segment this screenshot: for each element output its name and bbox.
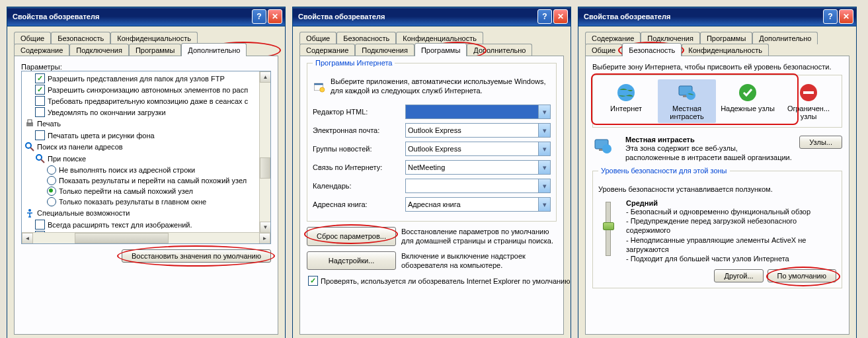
tab-security[interactable]: Безопасность [336, 32, 396, 44]
call-combo[interactable]: NetMeeting▾ [405, 160, 551, 175]
calendar-combo[interactable]: ▾ [405, 179, 551, 193]
chevron-down-icon[interactable]: ▾ [538, 179, 550, 192]
tab-content[interactable]: Содержание [14, 44, 69, 56]
tabstrip: Общие Безопасность Конфиденциальность Со… [14, 32, 278, 56]
checkbox-icon[interactable] [35, 107, 45, 117]
svg-line-5 [41, 159, 44, 163]
help-button[interactable]: ? [537, 9, 552, 24]
tab-general[interactable]: Общие [14, 32, 51, 44]
security-slider[interactable] [598, 199, 618, 264]
mail-combo[interactable]: Outlook Express▾ [405, 123, 551, 138]
chevron-down-icon[interactable]: ▾ [538, 124, 550, 137]
settings-tree[interactable]: Разрешить представления для папок для уз… [21, 71, 271, 244]
tab-advanced[interactable]: Дополнительно [181, 43, 247, 56]
close-button[interactable]: ✕ [268, 9, 282, 24]
checkbox-icon[interactable] [35, 130, 45, 140]
tab-general[interactable]: Общие [299, 32, 336, 44]
addons-button[interactable]: Надстройки... [307, 251, 396, 271]
tab-security[interactable]: Безопасность [51, 32, 110, 44]
news-combo[interactable]: Outlook Express▾ [405, 142, 551, 156]
svg-point-19 [602, 144, 612, 153]
news-label: Группы новостей: [313, 145, 405, 153]
checkbox-icon[interactable] [35, 73, 45, 83]
globe-icon [615, 82, 637, 103]
scroll-right-icon[interactable]: ► [259, 233, 270, 244]
tab-programs[interactable]: Программы [129, 44, 181, 56]
tabstrip: Содержание Подключения Программы Дополни… [585, 32, 849, 56]
tab-advanced[interactable]: Дополнительно [467, 44, 532, 56]
monitor-globe-icon [676, 82, 697, 103]
svg-point-6 [28, 209, 31, 212]
accessibility-icon [24, 208, 35, 218]
title: Свойства обозревателя [296, 13, 537, 21]
security-level-group: Уровень безопасности для этой зоны Урове… [592, 171, 842, 288]
zone-list[interactable]: Интернет Местная интрасеть Надежные узлы… [592, 75, 842, 128]
sites-button[interactable]: Узлы... [799, 136, 842, 149]
tab-security[interactable]: Безопасность [622, 43, 682, 56]
chevron-down-icon[interactable]: ▾ [538, 161, 550, 174]
tab-general[interactable]: Общие [585, 44, 622, 56]
close-button[interactable]: ✕ [839, 9, 853, 24]
mail-label: Электронная почта: [313, 126, 405, 134]
search-icon [24, 142, 35, 152]
vertical-scrollbar[interactable]: ▲ ▼ [259, 71, 270, 233]
titlebar[interactable]: Свойства обозревателя ? ✕ [7, 7, 285, 26]
chevron-down-icon[interactable]: ▾ [538, 198, 550, 211]
tab-connections[interactable]: Подключения [69, 44, 129, 56]
search-icon [35, 153, 46, 164]
svg-point-9 [320, 87, 325, 92]
scroll-left-icon[interactable]: ◄ [22, 233, 33, 244]
html-editor-combo[interactable]: ▾ [405, 105, 551, 119]
radio-icon[interactable] [47, 197, 56, 206]
checkbox-icon[interactable] [35, 85, 45, 95]
default-level-button[interactable]: По умолчанию [768, 269, 836, 282]
tab-privacy[interactable]: Конфиденциальность [682, 44, 769, 56]
zone-internet[interactable]: Интернет [597, 79, 655, 123]
monitor-globe-icon [592, 136, 613, 157]
scroll-down-icon[interactable]: ▼ [260, 222, 271, 233]
reset-settings-button[interactable]: Сброс параметров... [307, 227, 396, 246]
zone-trusted[interactable]: Надежные узлы [719, 79, 777, 123]
zone-prompt: Выберите зону Интернета, чтобы присвоить… [592, 63, 842, 71]
help-button[interactable]: ? [252, 9, 266, 24]
radio-icon[interactable] [47, 176, 56, 185]
horizontal-scrollbar[interactable]: ◄ ► [22, 232, 270, 243]
params-label: Параметры: [21, 63, 271, 71]
chevron-down-icon[interactable]: ▾ [538, 142, 550, 155]
svg-point-10 [617, 84, 635, 101]
contacts-combo[interactable]: Адресная книга▾ [405, 197, 551, 212]
radio-icon[interactable] [47, 165, 56, 175]
slider-thumb[interactable] [603, 222, 614, 230]
title: Свойства обозревателя [10, 13, 252, 21]
check-circle-icon [737, 82, 758, 103]
internet-programs-group: Программы Интернета Выберите приложения,… [307, 63, 557, 222]
check-default-checkbox[interactable] [308, 276, 318, 286]
tab-connections[interactable]: Подключения [355, 44, 414, 56]
tabstrip: Общие Безопасность Конфиденциальность Со… [299, 32, 564, 56]
scroll-thumb[interactable] [260, 157, 270, 179]
chevron-down-icon[interactable]: ▾ [538, 105, 550, 118]
checkbox-icon[interactable] [35, 96, 45, 106]
close-button[interactable]: ✕ [553, 9, 568, 24]
printer-icon [24, 118, 35, 129]
custom-level-button[interactable]: Другой... [714, 269, 763, 282]
restore-defaults-button[interactable]: Восстановить значения по умолчанию [122, 249, 271, 263]
zone-restricted[interactable]: Ограничен... узлы [779, 79, 838, 123]
help-button[interactable]: ? [823, 9, 838, 24]
tab-panel-security: Выберите зону Интернета, чтобы присвоить… [585, 56, 849, 335]
tab-content[interactable]: Содержание [299, 44, 355, 56]
titlebar[interactable]: Свойства обозревателя ? ✕ [578, 7, 856, 26]
tab-panel-advanced: Параметры: Разрешить представления для п… [14, 56, 278, 335]
tab-programs[interactable]: Программы [700, 32, 752, 44]
zone-title: Местная интрасеть [625, 136, 793, 144]
radio-icon[interactable] [47, 187, 56, 196]
scroll-up-icon[interactable]: ▲ [260, 71, 271, 83]
scroll-thumb[interactable] [75, 233, 169, 243]
window-programs: Свойства обозревателя ? ✕ Общие Безопасн… [292, 7, 571, 338]
tab-advanced[interactable]: Дополнительно [752, 32, 818, 44]
titlebar[interactable]: Свойства обозревателя ? ✕ [293, 7, 571, 26]
contacts-label: Адресная книга: [313, 200, 405, 208]
zone-intranet[interactable]: Местная интрасеть [658, 79, 716, 123]
checkbox-icon[interactable] [35, 220, 45, 230]
tab-programs[interactable]: Программы [414, 43, 467, 56]
